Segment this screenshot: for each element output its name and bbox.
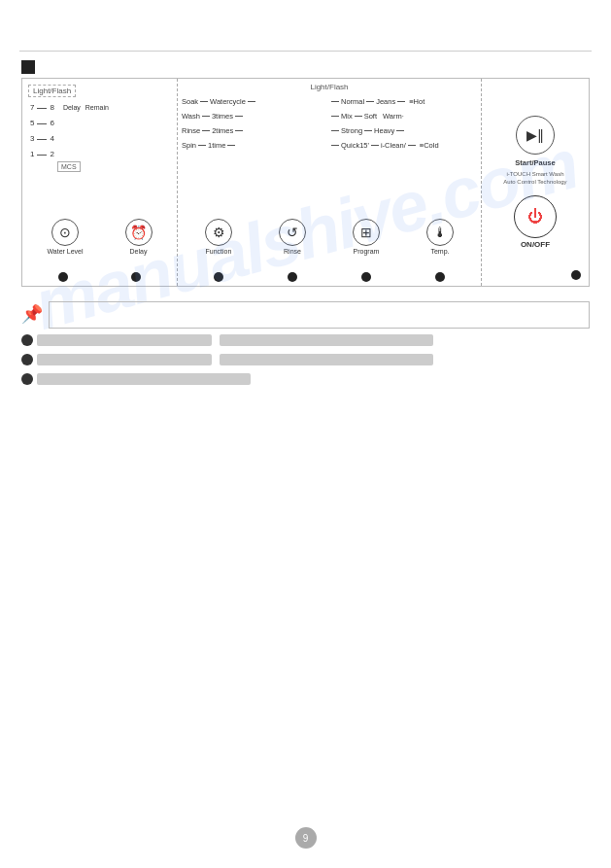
- delay-icon: ⏰: [125, 219, 153, 246]
- remain-label: Remain: [85, 100, 109, 116]
- mid-cols: SoakWatercycle Wash3times Rinse2times Sp…: [182, 94, 477, 153]
- pin-icon: 📌: [21, 303, 43, 325]
- function-label: Function: [206, 248, 232, 255]
- option-quick: Quick15'i-Clean/≡Cold: [331, 138, 477, 153]
- level-6: 6: [50, 116, 53, 131]
- level-5: 5: [30, 116, 34, 131]
- link-row-2: [21, 354, 590, 365]
- temp-icon: 🌡: [426, 219, 454, 246]
- link-row-3: [21, 373, 590, 385]
- link-dot-1a: [21, 334, 33, 346]
- cycle-soak: SoakWatercycle: [182, 94, 327, 109]
- panel-middle: Light/Flash SoakWatercycle Wash3times Ri…: [178, 79, 482, 286]
- link-block-2b: [220, 354, 433, 365]
- cycle-rinse: Rinse2times: [182, 123, 327, 138]
- dot-6: [435, 272, 445, 282]
- level-8: 8: [50, 100, 53, 116]
- link-bar-1b[interactable]: [220, 334, 433, 346]
- cycle-spin: Spin1time: [182, 138, 327, 153]
- dot-2: [131, 272, 141, 282]
- water-level-icon: ⊙: [51, 219, 79, 246]
- link-bar-1a[interactable]: [37, 334, 212, 346]
- level-3: 3: [30, 131, 34, 147]
- link-dot-2a: [21, 354, 33, 365]
- temp-icon-item: 🌡 Temp.: [426, 219, 454, 255]
- dot-5: [361, 272, 371, 282]
- link-block-1a: [21, 334, 212, 346]
- function-icon-item: ⚙ Function: [205, 219, 232, 255]
- delay-icon-item: ⏰ Delay: [125, 219, 153, 255]
- start-pause-sublabel: i-TOUCH Smart Wash Auto Control Technolo…: [503, 171, 566, 187]
- rinse-icon-item: ↺ Rinse: [279, 219, 306, 255]
- level-1: 1: [30, 147, 34, 162]
- link-bar-2a[interactable]: [37, 354, 212, 365]
- cycle-wash: Wash3times: [182, 109, 327, 123]
- washer-panel: Light/Flash 7 8 Delay Remain 5 6 3 4 1: [21, 78, 590, 287]
- panel-left: Light/Flash 7 8 Delay Remain 5 6 3 4 1: [22, 79, 178, 286]
- panel-dots-mid: [178, 272, 481, 282]
- rinse-label: Rinse: [284, 248, 301, 255]
- links-section: [21, 334, 590, 385]
- option-normal: NormalJeans≡Hot: [331, 94, 477, 109]
- light-flash-label-left: Light/Flash: [28, 85, 76, 97]
- light-flash-label-mid: Light/Flash: [310, 83, 348, 91]
- dot-right: [571, 270, 581, 282]
- link-row-1: [21, 334, 590, 346]
- delay-label2: Delay: [130, 248, 148, 255]
- start-pause-button[interactable]: ▶‖: [516, 116, 555, 155]
- temp-label: Temp.: [430, 248, 449, 255]
- start-pause-label: Start/Pause: [515, 158, 555, 167]
- link-bar-2b[interactable]: [220, 354, 433, 365]
- pin-box: [49, 301, 590, 329]
- level-rows: 7 8 Delay Remain 5 6 3 4 1 2: [30, 100, 109, 162]
- onoff-label: ON/OFF: [521, 240, 550, 249]
- program-icon-item: ⊞ Program: [353, 219, 380, 255]
- water-level-icon-item: ⊙ Water Level: [47, 219, 83, 255]
- level-2: 2: [50, 147, 53, 162]
- onoff-button[interactable]: ⏻: [514, 195, 557, 238]
- function-icon: ⚙: [205, 219, 232, 246]
- program-icon: ⊞: [353, 219, 380, 246]
- panel-dots-left: [22, 272, 177, 282]
- water-level-label: Water Level: [47, 248, 83, 255]
- link-dot-3a: [21, 373, 33, 385]
- pin-section: 📌: [21, 301, 590, 329]
- mid-icons-row: ⚙ Function ↺ Rinse ⊞ Program 🌡 Temp.: [178, 219, 481, 255]
- delay-label: Delay: [63, 100, 81, 116]
- dot-1: [58, 272, 68, 282]
- options-col: NormalJeans≡Hot MixSoftWarm· StrongHeavy…: [331, 94, 477, 153]
- onoff-area: ⏻ ON/OFF: [514, 195, 557, 249]
- link-block-3a: [21, 373, 251, 385]
- dot-4: [288, 272, 297, 282]
- level-7: 7: [30, 100, 34, 116]
- link-block-1b: [220, 334, 433, 346]
- panel-right: ▶‖ Start/Pause i-TOUCH Smart Wash Auto C…: [482, 79, 589, 286]
- program-label: Program: [354, 248, 380, 255]
- option-strong: StrongHeavy: [331, 123, 477, 138]
- level-4: 4: [50, 131, 53, 147]
- link-bar-3a[interactable]: [37, 373, 251, 385]
- bottom-content: 📌: [21, 301, 590, 393]
- icons-row: ⊙ Water Level ⏰ Delay: [22, 219, 177, 255]
- dot-7: [571, 270, 581, 280]
- black-square: [21, 60, 35, 74]
- start-pause-area: ▶‖ Start/Pause i-TOUCH Smart Wash Auto C…: [503, 116, 566, 187]
- page-number: 9: [295, 827, 317, 849]
- top-divider: [19, 51, 592, 52]
- dot-3: [214, 272, 223, 282]
- rinse-icon: ↺: [279, 219, 306, 246]
- link-block-2a: [21, 354, 212, 365]
- mcs-label: MCS: [57, 161, 81, 172]
- cycles-col: SoakWatercycle Wash3times Rinse2times Sp…: [182, 94, 327, 153]
- option-mix: MixSoftWarm·: [331, 109, 477, 123]
